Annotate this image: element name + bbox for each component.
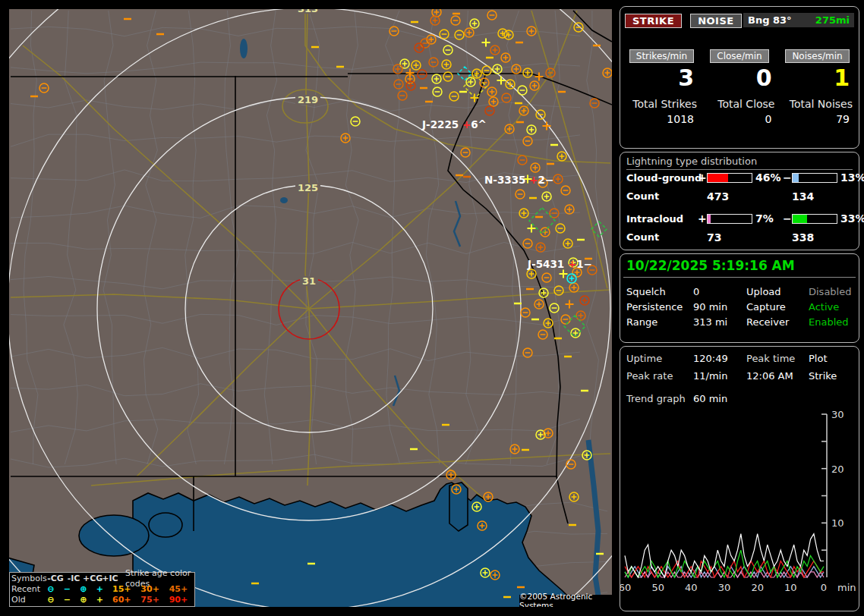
plus-sign: + — [698, 171, 707, 184]
age-90: 90+ — [165, 595, 193, 605]
ic-neg-count: 338 — [792, 231, 814, 244]
squelch-value: 0 — [693, 286, 699, 297]
total-strikes-value: 1018 — [623, 113, 700, 125]
x-tick-label: 40 — [685, 582, 698, 593]
persistence-label: Persistence — [626, 301, 683, 313]
ic-neg-bar — [792, 214, 837, 224]
noise-mode-button[interactable]: NOISE — [690, 14, 742, 28]
minus-sign: − — [783, 212, 792, 225]
ic-pos-pct: 7% — [755, 212, 774, 225]
cg-count-label: Count — [626, 190, 659, 202]
trend-series-total-strikes — [625, 534, 824, 577]
upload-label: Upload — [746, 286, 781, 297]
age-15: 15+ — [108, 584, 136, 595]
upload-status: Disabled — [809, 286, 851, 297]
persistence-value: 90 min — [693, 301, 727, 313]
legend-col-neg-cg: -CG — [46, 574, 65, 584]
neg-ic-old-icon: − — [59, 595, 75, 605]
distance-value: 275mi — [815, 14, 850, 26]
neg-cg-old-icon: ⊖ — [43, 595, 58, 605]
ic-count-label: Count — [626, 231, 659, 243]
neg-cg-recent-icon: ⊖ — [43, 584, 58, 595]
divider — [623, 277, 856, 278]
ring-label: 125 — [298, 182, 318, 193]
legend-old-row: Old ⊖ − ⊕ + 60+ 75+ 90+ — [11, 595, 193, 605]
age-30: 30+ — [136, 584, 164, 595]
bearing-value: Bng 83° — [748, 14, 792, 26]
age-60: 60+ — [108, 595, 136, 605]
ic-pos-count: 73 — [707, 231, 721, 244]
total-strikes-label: Total Strikes — [623, 98, 700, 110]
pos-ic-old-icon: + — [92, 595, 108, 605]
legend-col-neg-ic: -IC — [65, 574, 83, 584]
distribution-panel: Lightning type distribution Cloud-ground… — [620, 152, 859, 250]
ic-pos-bar — [707, 214, 752, 224]
capture-label: Capture — [746, 301, 786, 313]
legend-header-row: Symbols -CG -IC +CG +IC Strike age color… — [11, 574, 193, 584]
range-value: 313 mi — [693, 316, 727, 328]
y-tick-label: 30 — [831, 409, 844, 420]
ring-label: 313 — [298, 9, 318, 14]
distribution-title: Lightning type distribution — [626, 156, 853, 170]
neg-ic-recent-icon: − — [59, 584, 75, 595]
ic-neg-pct: 33% — [840, 212, 864, 225]
counters-panel: STRIKE NOISE Bng 83° 275mi Strikes/min 3… — [620, 6, 859, 149]
age-45: 45+ — [165, 584, 193, 595]
x-tick-label: 10 — [784, 582, 797, 593]
cg-pos-bar — [707, 173, 752, 183]
close-rate: 0 — [702, 66, 778, 90]
strikes-rate: 3 — [623, 66, 700, 90]
x-tick-label: 60 — [620, 582, 631, 593]
ring-label: 31 — [302, 275, 316, 287]
lightning-map[interactable]: 31321912531 J-2225 +6^N-3335 +2−J-5431 +… — [9, 9, 612, 607]
close-column: Close/min 0 Total Close 0 — [702, 48, 778, 125]
strikes-per-min-badge: Strikes/min — [629, 49, 694, 63]
plus-sign: + — [698, 212, 707, 225]
total-noises-label: Total Noises — [779, 98, 856, 110]
trend-panel: Uptime 120:49 Peak time Plot Peak rate 1… — [620, 346, 859, 611]
cg-neg-pct: 13% — [840, 171, 864, 184]
strikes-column: Strikes/min 3 Total Strikes 1018 — [623, 48, 700, 125]
legend-symbols-label: Symbols — [11, 574, 46, 584]
cg-pos-pct: 46% — [755, 171, 781, 184]
legend-recent-label: Recent — [11, 584, 43, 595]
storm-cell-label: N-3335 +2− — [484, 174, 553, 186]
datetime-display: 10/22/2025 5:19:16 AM — [626, 258, 795, 273]
copyright-notice: ©2005 Astrogenic Systems — [519, 595, 612, 607]
x-axis-unit: min — [837, 582, 856, 593]
squelch-label: Squelch — [626, 286, 666, 297]
total-close-value: 0 — [702, 113, 778, 125]
pos-ic-recent-icon: + — [92, 584, 108, 595]
minus-sign: − — [783, 171, 792, 184]
noises-rate: 1 — [779, 66, 856, 90]
y-tick-label: 20 — [831, 464, 844, 475]
legend-recent-row: Recent ⊖ − ⊕ + 15+ 30+ 45+ — [11, 584, 193, 595]
cg-pos-count: 473 — [707, 190, 729, 203]
strike-mode-button[interactable]: STRIKE — [625, 14, 682, 28]
pos-cg-old-icon: ⊕ — [75, 595, 91, 605]
x-tick-label: 20 — [751, 582, 764, 593]
legend-col-pos-ic: +IC — [101, 574, 119, 584]
bearing-distance-readout: Bng 83° 275mi — [743, 13, 854, 27]
ring-label: 219 — [298, 94, 318, 105]
receiver-label: Receiver — [746, 316, 789, 328]
cloud-ground-label: Cloud-ground — [626, 172, 702, 184]
trend-graph-chart: 1020306050403020100min — [620, 347, 859, 611]
noises-per-min-badge: Noises/min — [785, 49, 849, 63]
y-tick-label: 10 — [831, 517, 844, 529]
map-legend: Symbols -CG -IC +CG +IC Strike age color… — [9, 572, 195, 607]
storm-cell-label: J-5431 +1− — [527, 258, 592, 270]
cg-neg-count: 134 — [792, 190, 814, 203]
x-tick-label: 0 — [821, 582, 827, 593]
legend-col-pos-cg: +CG — [83, 574, 101, 584]
age-75: 75+ — [136, 595, 164, 605]
noises-column: Noises/min 1 Total Noises 79 — [779, 48, 856, 125]
intracloud-label: Intracloud — [626, 213, 683, 225]
map-canvas: 31321912531 J-2225 +6^N-3335 +2−J-5431 +… — [9, 9, 612, 607]
capture-status: Active — [809, 301, 839, 313]
total-close-label: Total Close — [702, 98, 778, 110]
total-noises-value: 79 — [779, 113, 856, 125]
x-tick-label: 50 — [651, 582, 664, 593]
pos-cg-recent-icon: ⊕ — [75, 584, 91, 595]
receiver-status: Enabled — [809, 316, 849, 328]
